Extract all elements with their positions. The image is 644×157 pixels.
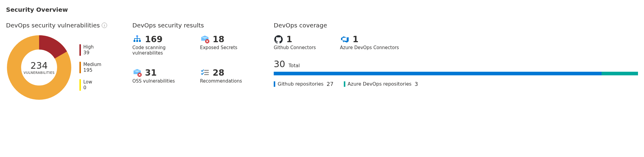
stat-value: 31 [145, 68, 157, 78]
stat-label: OSS vulnerabilities [132, 78, 194, 84]
stat-value: 1 [286, 34, 292, 44]
coverage-legend-value: 3 [414, 81, 418, 87]
oss-vulnerabilities-icon [132, 68, 142, 78]
vulnerabilities-title: DevOps security vulnerabilities i [6, 22, 120, 29]
info-icon[interactable]: i [102, 23, 107, 28]
stat-value: 1 [353, 34, 358, 44]
stat-azure-devops-connectors[interactable]: 1 Azure DevOps Connectors [340, 34, 399, 50]
svg-rect-2 [136, 35, 138, 37]
stat-github-connectors[interactable]: 1 Github Connectors [274, 34, 316, 50]
stat-value: 18 [213, 34, 224, 44]
legend-swatch-high [79, 44, 81, 56]
recommendations-icon [200, 68, 210, 78]
svg-rect-5 [139, 40, 141, 42]
coverage-bar-chart [274, 72, 638, 75]
legend-label: Low [83, 79, 92, 85]
legend-swatch-medium [79, 62, 81, 73]
stat-value: 169 [145, 34, 162, 44]
coverage-bar-azure [602, 72, 638, 75]
stat-value: 28 [213, 68, 224, 78]
security-results-title: DevOps security results [132, 22, 262, 29]
github-icon [274, 35, 283, 44]
coverage-legend-label: Azure DevOps repositories [348, 81, 412, 87]
stat-label: Code scanning vulnerabilites [132, 45, 194, 56]
exposed-secrets-icon [200, 35, 210, 44]
coverage-bar-github [274, 72, 602, 75]
vulnerabilities-total-label: VULNERABILITIES [23, 71, 54, 75]
overview-row: DevOps security vulnerabilities i 234 VU… [6, 22, 638, 101]
vulnerabilities-title-text: DevOps security vulnerabilities [6, 22, 100, 29]
legend-label: High [83, 44, 94, 50]
stat-exposed-secrets[interactable]: 18 Exposed Secrets [200, 34, 262, 56]
code-scanning-icon [132, 35, 142, 44]
stat-oss-vulnerabilities[interactable]: 31 OSS vulnerabilities [132, 68, 194, 84]
azure-devops-icon [340, 35, 350, 44]
stat-label: Recommendations [200, 78, 262, 84]
svg-rect-8 [204, 70, 209, 71]
stat-code-scanning[interactable]: 169 Code scanning vulnerabilites [132, 34, 194, 56]
coverage-total-value: 30 [274, 59, 285, 69]
legend-item-high: High 39 [79, 44, 101, 56]
coverage-legend-github: Github repositories 27 [274, 81, 334, 87]
coverage-legend-label: Github repositories [278, 81, 324, 87]
swatch-github [274, 81, 275, 87]
coverage-bar-legend: Github repositories 27 Azure DevOps repo… [274, 81, 638, 87]
legend-swatch-low [79, 79, 81, 91]
legend-value: 195 [83, 67, 101, 73]
vulnerabilities-donut-chart: 234 VULNERABILITIES [6, 34, 72, 101]
coverage-panel: DevOps coverage 1 Github Connectors [274, 22, 638, 87]
svg-rect-9 [204, 72, 209, 73]
stat-label: Exposed Secrets [200, 45, 262, 50]
swatch-azure [344, 81, 345, 87]
stat-label: Github Connectors [274, 45, 316, 50]
legend-label: Medium [83, 62, 101, 67]
coverage-title: DevOps coverage [274, 22, 638, 29]
legend-value: 0 [83, 85, 92, 90]
legend-value: 39 [83, 50, 94, 55]
svg-rect-4 [136, 40, 138, 42]
coverage-legend-azure: Azure DevOps repositories 3 [344, 81, 418, 87]
security-results-panel: DevOps security results 169 C [132, 22, 262, 84]
legend-item-medium: Medium 195 [79, 62, 101, 73]
coverage-total-label: Total [288, 63, 300, 68]
svg-rect-3 [134, 40, 135, 42]
coverage-legend-value: 27 [327, 81, 334, 87]
page-title: Security Overview [6, 6, 638, 13]
vulnerabilities-panel: DevOps security vulnerabilities i 234 VU… [6, 22, 120, 101]
vulnerabilities-legend: High 39 Medium 195 Low 0 [79, 44, 101, 91]
stat-label: Azure DevOps Connectors [340, 45, 399, 50]
stat-recommendations[interactable]: 28 Recommendations [200, 68, 262, 84]
coverage-total: 30 Total [274, 59, 638, 69]
vulnerabilities-total: 234 [23, 60, 54, 71]
legend-item-low: Low 0 [79, 79, 101, 91]
svg-rect-10 [204, 74, 209, 75]
